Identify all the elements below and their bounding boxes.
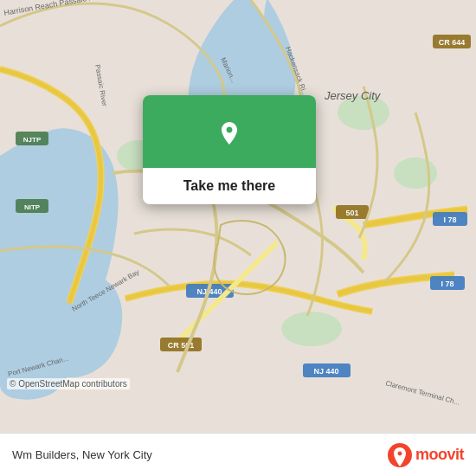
moovit-wordmark: moovit (415, 446, 464, 464)
take-me-there-button[interactable]: Take me there (143, 168, 316, 204)
svg-point-33 (227, 127, 232, 132)
moovit-brand-icon (388, 443, 412, 467)
osm-credit-text: © OpenStreetMap contributors (10, 379, 127, 389)
svg-text:CR 644: CR 644 (439, 38, 466, 47)
svg-point-4 (394, 158, 437, 189)
svg-text:I 78: I 78 (443, 215, 456, 224)
svg-text:NJ 440: NJ 440 (313, 367, 338, 376)
map-background: NJ 440 NJ 440 I 78 I 78 CR 501 501 CR 64… (0, 0, 476, 433)
svg-point-5 (281, 312, 342, 346)
moovit-logo: moovit (388, 443, 464, 467)
bottom-bar: Wm Builders, New York City moovit (0, 433, 476, 476)
location-pin-icon (210, 114, 248, 152)
location-text: Wm Builders, New York City (12, 448, 152, 461)
svg-text:NITP: NITP (24, 203, 41, 211)
osm-credit: © OpenStreetMap contributors (7, 378, 130, 389)
svg-text:Jersey City: Jersey City (324, 89, 382, 102)
popup-card: Take me there (143, 95, 316, 204)
map-container: NJ 440 NJ 440 I 78 I 78 CR 501 501 CR 64… (0, 0, 476, 433)
svg-text:NJTP: NJTP (23, 136, 42, 144)
popup-green-section (143, 95, 316, 168)
svg-text:I 78: I 78 (441, 280, 453, 288)
svg-text:501: 501 (345, 209, 358, 217)
